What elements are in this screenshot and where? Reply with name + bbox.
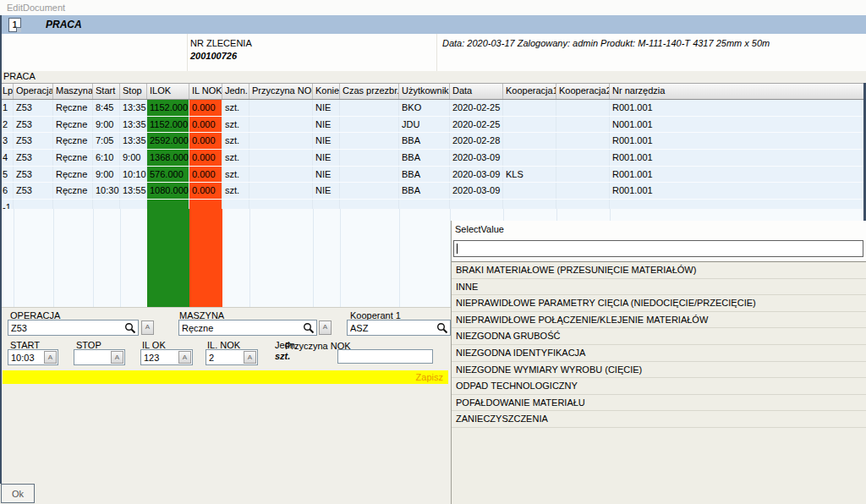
search-icon[interactable]: [303, 322, 315, 334]
cell-il-ok[interactable]: 2592.000: [147, 133, 189, 149]
cell[interactable]: [503, 150, 556, 166]
cell[interactable]: szt.: [222, 150, 249, 166]
select-option[interactable]: POFAŁDOWANIE MATERIAŁU: [452, 395, 866, 412]
cell[interactable]: szt.: [222, 183, 249, 199]
column-header-operacja[interactable]: Operacja: [14, 84, 53, 99]
cell[interactable]: JDU: [399, 117, 450, 133]
cell[interactable]: szt.: [222, 117, 249, 133]
cell[interactable]: [503, 183, 556, 199]
operacja-input[interactable]: [8, 322, 124, 334]
column-header-ilok[interactable]: ILOK: [147, 84, 189, 99]
cell[interactable]: NIE: [313, 150, 340, 166]
a-button[interactable]: A: [141, 320, 154, 335]
select-option[interactable]: NIEZGODNA IDENTYFIKACJA: [452, 345, 866, 362]
a-button[interactable]: A: [44, 351, 57, 364]
cell[interactable]: R001.001: [610, 133, 866, 149]
cell[interactable]: [503, 100, 556, 116]
cell[interactable]: 4: [0, 150, 14, 166]
cell[interactable]: NIE: [313, 183, 340, 199]
cell[interactable]: 13:35: [120, 133, 147, 149]
table-row[interactable]: 1 Z53 Ręczne 8:45 13:35 1152.000 0.000 s…: [0, 100, 866, 117]
cell[interactable]: 5: [0, 167, 14, 183]
kooperant-input[interactable]: [348, 322, 436, 334]
a-button[interactable]: A: [111, 351, 123, 364]
cell[interactable]: [249, 183, 313, 199]
cell[interactable]: 6: [0, 183, 14, 199]
cell[interactable]: [249, 167, 313, 183]
cell[interactable]: 9:00: [120, 150, 147, 166]
cell[interactable]: 7:05: [93, 133, 120, 149]
cell[interactable]: 10:10: [120, 167, 147, 183]
select-option[interactable]: NIEZGODNA GRUBOŚĆ: [452, 328, 866, 345]
column-header-koniec[interactable]: Koniec: [313, 84, 340, 99]
cell-il-nok[interactable]: 0.000: [189, 150, 222, 166]
cell[interactable]: [556, 133, 610, 149]
cell-il-ok[interactable]: 1152.000: [147, 117, 189, 133]
cell[interactable]: [249, 117, 313, 133]
cell[interactable]: szt.: [222, 100, 249, 116]
cell[interactable]: 2020-02-28: [450, 133, 503, 149]
cell[interactable]: NIE: [313, 167, 340, 183]
cell[interactable]: 3: [0, 133, 14, 149]
cell[interactable]: [503, 133, 556, 149]
select-option[interactable]: NIEPRAWIDŁOWE POŁĄCZENIE/KLEJENIE MATERI…: [452, 312, 866, 329]
cell[interactable]: 10:30: [93, 183, 120, 199]
column-header-stop[interactable]: Stop: [120, 84, 147, 99]
cell[interactable]: [340, 100, 399, 116]
start-field[interactable]: A: [8, 349, 58, 365]
cell[interactable]: 9:00: [93, 117, 120, 133]
cell[interactable]: 13:55: [120, 183, 147, 199]
column-header-jedn[interactable]: Jedn.: [222, 84, 249, 99]
cell[interactable]: NIE: [313, 117, 340, 133]
cell[interactable]: 2020-02-25: [450, 117, 503, 133]
search-icon[interactable]: [124, 322, 136, 334]
cell-il-ok[interactable]: 576.000: [147, 167, 189, 183]
przyczyna-nok-input[interactable]: [338, 351, 432, 363]
select-value-input[interactable]: [453, 240, 863, 257]
il-ok-input[interactable]: [141, 352, 178, 364]
cell[interactable]: Ręczne: [53, 167, 93, 183]
cell-il-nok[interactable]: 0.000: [189, 183, 222, 199]
cell[interactable]: [249, 100, 313, 116]
cell[interactable]: Ręczne: [53, 183, 93, 199]
select-option[interactable]: ODPAD TECHNOLOGICZNY: [452, 378, 866, 395]
column-header-nr-narzedzia[interactable]: Nr narzędzia: [610, 84, 866, 99]
cell[interactable]: 13:35: [120, 117, 147, 133]
cell[interactable]: Z53: [14, 167, 53, 183]
column-header-kooperacja1[interactable]: Kooperacja1: [503, 84, 556, 99]
cell[interactable]: [556, 100, 610, 116]
cell[interactable]: Ręczne: [53, 133, 93, 149]
cell[interactable]: [503, 117, 556, 133]
cell[interactable]: BKO: [399, 100, 450, 116]
column-header-maszyna[interactable]: Maszyna: [53, 84, 93, 99]
column-header-data[interactable]: Data: [450, 84, 503, 99]
cell[interactable]: [556, 167, 610, 183]
cell-il-ok[interactable]: 1152.000: [147, 100, 189, 116]
cell[interactable]: 13:35: [120, 100, 147, 116]
cell[interactable]: Ręczne: [53, 150, 93, 166]
ok-button[interactable]: Ok: [1, 484, 35, 503]
cell[interactable]: R001.001: [610, 183, 866, 199]
start-input[interactable]: [8, 352, 44, 364]
cell[interactable]: 2: [0, 117, 14, 133]
cell[interactable]: 6:10: [93, 150, 120, 166]
cell[interactable]: Z53: [14, 150, 53, 166]
cell[interactable]: szt.: [222, 133, 249, 149]
cell-il-nok[interactable]: 0.000: [189, 100, 222, 116]
cell[interactable]: [249, 150, 313, 166]
cell[interactable]: 8:45: [93, 100, 120, 116]
cell[interactable]: [340, 133, 399, 149]
cell[interactable]: 2020-03-09: [450, 150, 503, 166]
cell[interactable]: KLS: [503, 167, 556, 183]
stop-field[interactable]: A: [74, 349, 125, 365]
cell[interactable]: Z53: [14, 133, 53, 149]
table-row[interactable]: 6 Z53 Ręczne 10:30 13:55 1080.000 0.000 …: [0, 183, 866, 200]
cell[interactable]: Ręczne: [53, 117, 93, 133]
cell[interactable]: [556, 183, 610, 199]
cell[interactable]: 9:00: [93, 167, 120, 183]
cell-il-ok[interactable]: 1368.000: [147, 150, 189, 166]
cell[interactable]: BBA: [399, 167, 450, 183]
cell-il-nok[interactable]: 0.000: [189, 167, 222, 183]
select-option[interactable]: NIEPRAWIDŁOWE PARAMETRY CIĘCIA (NIEDOCIĘ…: [452, 295, 866, 312]
column-header-lp[interactable]: Lp: [0, 84, 14, 99]
